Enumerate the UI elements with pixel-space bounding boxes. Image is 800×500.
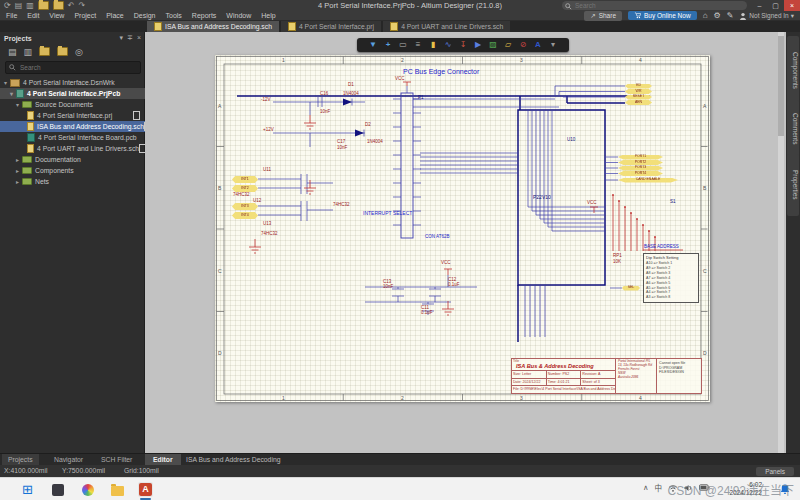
quick-access-toolbar: ⟳ ▤ ▥ ↶ ↷ [4, 0, 85, 11]
scrollbar-handle[interactable] [778, 36, 784, 136]
schematic-sheet[interactable]: 12 34 12 34 AB CD AB CD [215, 55, 710, 402]
menu-file[interactable]: File [6, 12, 17, 19]
app-icon [52, 484, 64, 496]
panels-button[interactable]: Panels [756, 467, 794, 476]
wire-icon[interactable]: ∿ [441, 38, 456, 52]
menu-project[interactable]: Project [74, 12, 96, 19]
maximize-button[interactable]: ▢ [768, 0, 783, 11]
refresh-icon[interactable]: ⟳ [4, 0, 11, 11]
pin-icon[interactable]: ∓ [127, 34, 133, 42]
projects-search-input[interactable] [20, 62, 135, 72]
wifi-icon[interactable] [668, 484, 678, 492]
doc-tab-isa-bus[interactable]: ISA Bus and Address Decoding.sch [147, 21, 279, 32]
image-icon[interactable]: ▨ [486, 38, 501, 52]
start-button[interactable]: ⊞ [20, 482, 35, 497]
tree-item-source-documents[interactable]: ▾ Source Documents [0, 99, 145, 110]
menu-edit[interactable]: Edit [27, 12, 39, 19]
search-input[interactable] [575, 1, 740, 10]
save-icon[interactable]: ▤ [15, 0, 23, 11]
menu-design[interactable]: Design [134, 12, 156, 19]
tree-item-isa-bus-sch[interactable]: ISA Bus and Address Decoding.sch [0, 121, 145, 132]
menu-place[interactable]: Place [106, 12, 124, 19]
move-icon[interactable]: + [381, 38, 396, 52]
ime-icon[interactable]: 中 [655, 482, 663, 493]
tree-item-documentation[interactable]: ▸ Documentation [0, 154, 145, 165]
no-erc-icon[interactable]: ⊘ [516, 38, 531, 52]
pcb-file-icon [27, 133, 35, 142]
tree-item-nets[interactable]: ▸ Nets [0, 176, 145, 187]
open-project-icon[interactable] [38, 1, 49, 10]
rail-tab-comments[interactable]: Comments [787, 100, 799, 158]
undo-icon[interactable]: ↶ [68, 0, 75, 11]
filter-icon[interactable]: ▼ [366, 38, 381, 52]
global-search[interactable] [562, 1, 747, 10]
expander-icon[interactable]: ▾ [8, 90, 15, 97]
print-icon[interactable]: ▥ [26, 0, 34, 11]
value-c11: 0.1uF [421, 310, 433, 315]
menu-help[interactable]: Help [261, 12, 275, 19]
panel-menu-icon[interactable]: ▾ [120, 34, 124, 42]
open-folder-icon[interactable] [39, 47, 50, 56]
port-icon[interactable]: ▶ [471, 38, 486, 52]
doc-tab-uart[interactable]: 4 Port UART and Line Drivers.sch [383, 21, 510, 32]
altium-taskbar-button[interactable]: A [138, 482, 153, 497]
sign-in-menu[interactable]: Not Signed In ▾ [739, 12, 794, 20]
open-document-icon[interactable] [53, 1, 64, 10]
close-button[interactable]: × [784, 0, 800, 11]
taskbar-app-2[interactable] [80, 482, 95, 497]
net-label-icon[interactable]: ▱ [501, 38, 516, 52]
share-button[interactable]: ↗Share [584, 11, 622, 21]
expander-icon[interactable]: ▸ [14, 156, 21, 163]
settings-icon[interactable]: ◎ [75, 47, 83, 57]
power-label-plus12: +12V [263, 127, 274, 132]
align-icon[interactable]: ≡ [411, 38, 426, 52]
tree-item-uart-sch[interactable]: 4 Port UART and Line Drivers.sch [0, 143, 145, 154]
tree-item-workspace[interactable]: ▾ 4 Port Serial Interface.DsnWrk [0, 77, 145, 88]
schematic-file-icon [390, 22, 398, 31]
save-project-icon[interactable]: ▤ [8, 47, 17, 57]
taskbar-clock[interactable]: 6:02 2024/12/22 [729, 481, 762, 497]
menu-reports[interactable]: Reports [192, 12, 217, 19]
title-block-title: ISA Bus & Address Decoding [516, 363, 594, 369]
notification-bell-icon[interactable] [780, 484, 790, 495]
more-icon[interactable]: ▾ [546, 38, 561, 52]
expander-icon[interactable]: ▸ [14, 167, 21, 174]
settings-gear-icon[interactable]: ⚙ [713, 11, 720, 21]
panel-close-icon[interactable]: × [137, 34, 141, 42]
speaker-icon[interactable] [684, 484, 693, 492]
tray-expand-icon[interactable]: ∧ [643, 483, 649, 492]
menu-view[interactable]: View [49, 12, 64, 19]
port-reset: RESET [625, 95, 652, 100]
customize-icon[interactable]: ✎ [727, 11, 734, 21]
tree-item-prj-file[interactable]: 4 Port Serial Interface.prj [0, 110, 145, 121]
menu-window[interactable]: Window [226, 12, 251, 19]
tree-item-project[interactable]: ▾ 4 Port Serial Interface.PrjPcb [0, 88, 145, 99]
rail-tab-properties[interactable]: Properties [787, 154, 799, 216]
schematic-editor-canvas[interactable]: ▼ + ▭ ≡ ▮ ∿ ↧ ▶ ▨ ▱ ⊘ A ▾ 12 [145, 32, 786, 453]
projects-search[interactable] [5, 61, 141, 74]
buy-online-button[interactable]: Buy Online Now [628, 11, 697, 20]
title-block-address: Portal International P/L 13, 13a Rodboro… [616, 359, 657, 393]
text-icon[interactable]: A [531, 38, 546, 52]
minimize-button[interactable]: – [752, 0, 767, 11]
expander-icon[interactable]: ▸ [14, 178, 21, 185]
part-icon[interactable]: ▮ [426, 38, 441, 52]
compile-icon[interactable]: ▥ [24, 47, 33, 57]
redo-icon[interactable]: ↷ [79, 0, 86, 11]
rail-tab-components[interactable]: Components [787, 36, 799, 104]
expander-icon[interactable]: ▾ [2, 79, 9, 86]
menu-tools[interactable]: Tools [166, 12, 182, 19]
battery-icon[interactable] [699, 484, 710, 491]
tree-item-board-pcb[interactable]: 4 Port Serial Interface Board.pcb [0, 132, 145, 143]
expander-icon[interactable]: ▾ [14, 101, 21, 108]
file-explorer-button[interactable] [110, 482, 125, 497]
selection-icon[interactable]: ▭ [396, 38, 411, 52]
home-icon[interactable]: ⌂ [703, 11, 708, 21]
taskbar-app-1[interactable] [50, 482, 65, 497]
svg-text:A: A [703, 103, 707, 109]
tree-item-components[interactable]: ▸ Components [0, 165, 145, 176]
doc-tab-project[interactable]: 4 Port Serial Interface.prj [281, 21, 381, 32]
power-port-icon[interactable]: ↧ [456, 38, 471, 52]
project-options-icon[interactable] [57, 47, 68, 56]
vertical-scrollbar[interactable] [778, 32, 784, 453]
